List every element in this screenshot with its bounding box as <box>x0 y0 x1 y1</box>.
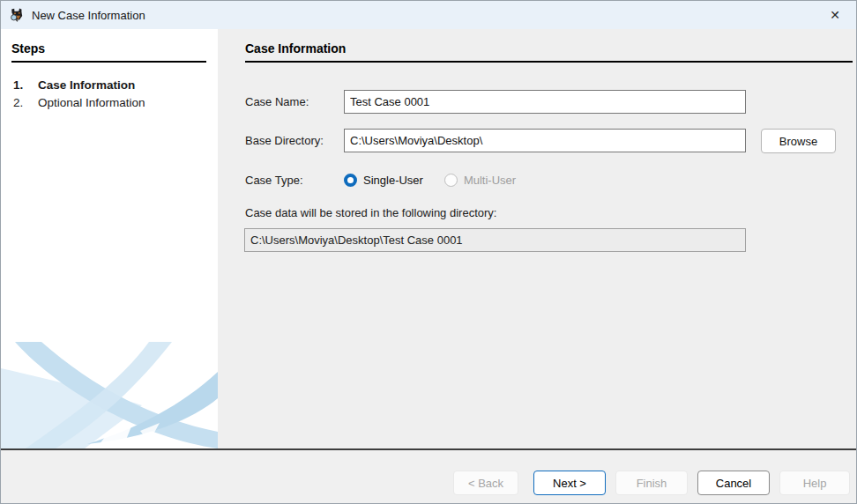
case-type-radio-group: Single-User Multi-User <box>344 170 516 189</box>
button-bar: < Back Next > Finish Cancel Help <box>1 450 856 503</box>
steps-list: 1. Case Information 2. Optional Informat… <box>13 77 207 112</box>
steps-panel: Steps 1. Case Information 2. Optional In… <box>1 29 218 448</box>
wizard-content: Steps 1. Case Information 2. Optional In… <box>1 29 856 448</box>
new-case-wizard-window: New Case Information ✕ Steps 1. Case Inf… <box>0 0 857 504</box>
step-item-optional-information: 2. Optional Information <box>13 94 207 112</box>
title-bar: New Case Information ✕ <box>1 1 856 29</box>
close-icon: ✕ <box>830 8 840 22</box>
single-user-label: Single-User <box>363 174 423 187</box>
help-button: Help <box>779 471 850 495</box>
autopsy-dog-icon <box>10 8 25 23</box>
step-number: 2. <box>13 94 38 112</box>
case-name-input[interactable] <box>344 90 746 114</box>
case-name-label: Case Name: <box>245 95 309 108</box>
storage-note: Case data will be stored in the followin… <box>245 206 496 219</box>
case-type-label: Case Type: <box>245 174 303 187</box>
step-item-case-information: 1. Case Information <box>13 77 207 94</box>
back-button: < Back <box>453 471 518 495</box>
single-user-radio[interactable] <box>344 174 357 187</box>
close-button[interactable]: ✕ <box>816 1 854 29</box>
step-number: 1. <box>13 77 38 94</box>
next-button[interactable]: Next > <box>533 471 606 495</box>
storage-path-field: C:\Users\Moviya\Desktop\Test Case 0001 <box>244 228 746 252</box>
multi-user-radio <box>444 174 458 187</box>
multi-user-label: Multi-User <box>464 174 516 187</box>
panel-heading: Case Information <box>245 41 853 63</box>
steps-heading: Steps <box>11 41 206 63</box>
cancel-button[interactable]: Cancel <box>697 471 770 495</box>
browse-button[interactable]: Browse <box>761 129 836 153</box>
base-directory-input[interactable] <box>344 129 746 152</box>
step-label: Optional Information <box>38 94 145 112</box>
step-label: Case Information <box>38 77 135 94</box>
watermark-swoosh-graphic <box>1 342 218 448</box>
finish-button: Finish <box>615 471 688 495</box>
window-title: New Case Information <box>32 9 145 22</box>
case-information-panel: Case Information Case Name: Base Directo… <box>218 29 856 448</box>
base-directory-label: Base Directory: <box>245 134 324 147</box>
